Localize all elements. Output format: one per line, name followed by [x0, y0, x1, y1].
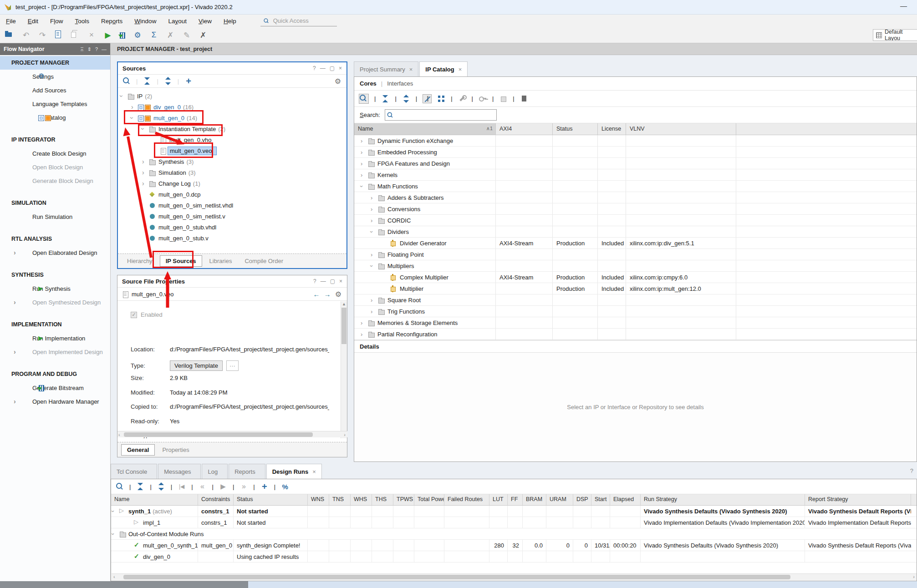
menu-item[interactable]: Window [128, 16, 162, 26]
scroll-right-icon[interactable]: › [343, 432, 346, 437]
tree-row[interactable]: Instantiation Template(2) [118, 123, 346, 134]
tree-row[interactable]: mult_gen_0_stub.vhdl [118, 222, 346, 233]
close-tab-icon[interactable]: × [458, 66, 462, 73]
undo-icon[interactable]: ↶ [21, 30, 31, 40]
settings-gear-icon[interactable] [334, 77, 342, 85]
column-header[interactable]: THS [372, 494, 393, 505]
column-header[interactable]: URAM [546, 494, 573, 505]
edit-icon[interactable]: ✎ [182, 30, 192, 40]
design-run-row[interactable]: synth_1 (active) constrs_1 Not started [111, 506, 917, 517]
flow-navigator-row[interactable]: IMPLEMENTATION [0, 318, 110, 331]
tree-row[interactable]: mult_gen_0(14) [118, 112, 346, 123]
cancel-run-icon[interactable]: ✗ [198, 30, 208, 40]
properties-tab[interactable]: General [121, 444, 155, 456]
tree-row[interactable]: mult_gen_0_stub.v [118, 233, 346, 243]
percent-icon[interactable]: % [281, 482, 289, 491]
flow-navigator-row[interactable]: PROJECT MANAGER [0, 56, 110, 70]
float-icon[interactable]: ▢ [330, 65, 335, 71]
tree-expander-icon[interactable] [361, 172, 368, 178]
scrollbar-thumb[interactable] [124, 432, 313, 437]
tree-expander-icon[interactable] [371, 194, 378, 201]
column-header[interactable]: LUT [489, 494, 508, 505]
add-sources-icon[interactable] [184, 77, 193, 85]
cores-tab[interactable]: Cores [360, 80, 377, 87]
collapse-all-icon[interactable] [136, 482, 144, 491]
menu-item[interactable]: Help [218, 16, 242, 26]
close-tab-icon[interactable]: × [409, 66, 413, 73]
minimize-icon[interactable]: — [320, 65, 326, 71]
tree-expander-icon[interactable] [361, 160, 368, 167]
tree-expander-icon[interactable] [371, 206, 378, 213]
tree-expander-icon[interactable] [371, 297, 378, 304]
delete-icon[interactable]: × [87, 30, 97, 40]
ellipsis-button[interactable]: ··· [226, 360, 239, 371]
flow-navigator-row[interactable]: RTL ANALYSIS [0, 232, 110, 246]
quick-access-search[interactable]: Quick Access [260, 16, 337, 26]
ip-catalog-row[interactable]: CORDIC [354, 215, 917, 226]
column-header-axi4[interactable]: AXI4 [496, 123, 553, 135]
expand-all-icon[interactable]: ⇕ [87, 46, 92, 52]
flow-navigator-row[interactable]: Generate Block Design [0, 174, 110, 188]
menu-item[interactable]: View [193, 16, 218, 26]
column-header[interactable]: Elapsed [610, 494, 641, 505]
bottom-tab[interactable]: Design Runs × [266, 464, 322, 479]
tree-row[interactable]: mult_gen_0_sim_netlist.v [118, 211, 346, 222]
tree-expander-icon[interactable] [131, 103, 138, 111]
flow-navigator-row[interactable]: PROGRAM AND DEBUG [0, 367, 110, 381]
vertical-scrollbar[interactable]: ▲ ▼ [341, 301, 347, 438]
flow-navigator-row[interactable]: Generate Bitstream [0, 381, 110, 395]
tree-expander-icon[interactable] [361, 319, 368, 326]
redo-icon[interactable]: ↷ [37, 30, 47, 40]
tree-expander-icon[interactable] [361, 331, 368, 338]
report-document-icon[interactable] [54, 30, 64, 40]
tree-expander-icon[interactable] [371, 308, 378, 315]
column-header[interactable]: DSP [573, 494, 591, 505]
copy-icon[interactable] [70, 30, 80, 40]
column-header[interactable]: Constraints [198, 494, 234, 505]
search-icon[interactable] [122, 77, 131, 85]
ip-catalog-row[interactable]: Adders & Subtracters [354, 192, 917, 203]
float-icon[interactable]: ▢ [330, 278, 335, 284]
sources-tab[interactable]: Hierarchy [122, 256, 158, 266]
design-run-row[interactable]: div_gen_0 Using cached IP results [111, 551, 917, 563]
collapse-all-icon[interactable]: Ξ [81, 46, 84, 52]
search-icon[interactable] [116, 482, 124, 491]
collapse-all-icon[interactable] [381, 95, 389, 103]
flow-navigator-row[interactable]: SYNTHESIS [0, 268, 110, 282]
settings-gear-icon[interactable]: ⚙ [132, 30, 143, 40]
tree-expander-icon[interactable] [142, 125, 149, 132]
flow-navigator-row[interactable]: › Open Hardware Manager [0, 395, 110, 408]
design-run-row[interactable]: impl_1 constrs_1 Not started [111, 517, 917, 528]
create-run-icon[interactable] [260, 482, 269, 491]
menu-item[interactable]: Tools [69, 16, 96, 26]
open-project-icon[interactable] [5, 30, 15, 40]
sum-report-icon[interactable]: Σ [149, 30, 159, 40]
back-arrow-icon[interactable]: ← [312, 290, 321, 298]
flow-navigator-row[interactable]: IP INTEGRATOR [0, 133, 110, 147]
tree-expander-icon[interactable] [112, 508, 119, 515]
scrollbar-thumb[interactable] [123, 575, 790, 579]
ip-catalog-row[interactable]: Multiplier Production Included xilinx.co… [354, 283, 917, 294]
tree-expander-icon[interactable] [371, 251, 378, 258]
first-run-icon[interactable]: |◀ [178, 482, 186, 491]
column-header[interactable]: TPWS [393, 494, 414, 505]
tree-expander-icon[interactable] [112, 531, 119, 537]
enabled-checkbox[interactable]: ✓ [131, 312, 137, 318]
search-icon[interactable] [359, 94, 369, 104]
menu-item[interactable]: Reports [95, 16, 128, 26]
design-run-row[interactable]: Out-of-Context Module Runs [111, 528, 917, 540]
flow-navigator-row[interactable]: Language Templates [0, 97, 110, 111]
column-header-license[interactable]: License [598, 123, 626, 135]
flow-navigator-row[interactable]: › Open Synthesized Design [0, 295, 110, 309]
minimize-button[interactable]: — [900, 2, 907, 10]
collapse-all-icon[interactable] [143, 77, 151, 85]
column-header[interactable]: WHS [351, 494, 372, 505]
tree-row[interactable]: mult_gen_0.vho [118, 134, 346, 145]
ip-catalog-row[interactable]: Math Functions [354, 181, 917, 192]
tree-row[interactable]: Change Log(1) [118, 178, 346, 189]
previous-run-icon[interactable]: « [199, 482, 207, 491]
ip-settings-icon[interactable] [499, 95, 507, 103]
menu-item[interactable]: File [0, 16, 22, 26]
hide-icon[interactable]: — [102, 46, 107, 52]
play-run-icon[interactable]: ▶ [219, 482, 227, 491]
